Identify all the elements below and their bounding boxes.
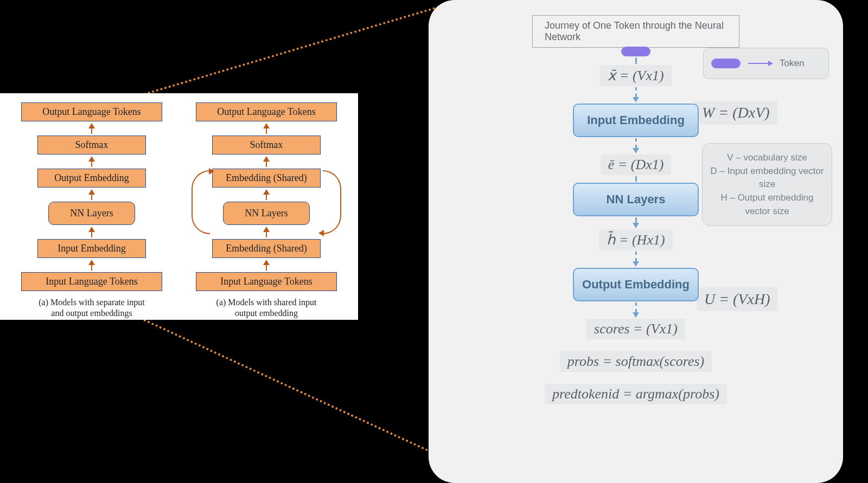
paper-box: Softmax [212, 136, 321, 154]
paper-box: Input Language Tokens [196, 272, 337, 291]
token-journey-panel: Journey of One Token through the Neural … [429, 0, 843, 483]
paper-box: NN Layers [48, 202, 135, 225]
connector-dots-bottom [143, 319, 463, 467]
paper-col-separate: Output Language Tokens Softmax Output Em… [10, 101, 173, 317]
flow-arrow [635, 302, 637, 312]
eq-h: h̄ = (Hx1) [599, 229, 672, 250]
token-pill-icon [621, 47, 650, 56]
paper-col-shared: Output Language Tokens Softmax Embedding… [185, 101, 348, 317]
paper-box: Input Language Tokens [21, 272, 162, 291]
flow-arrow [635, 252, 637, 261]
eq-x: x̄ = (Vx1) [600, 65, 671, 86]
paper-box: Softmax [37, 136, 146, 154]
eq-pred: predtokenid = argmax(probs) [545, 384, 727, 404]
flow-arrow [635, 138, 637, 148]
flow-arrow [635, 217, 637, 223]
paper-box: Output Embedding [37, 169, 146, 188]
eq-scores: scores = (Vx1) [586, 319, 685, 339]
block-nn-layers: NN Layers [573, 183, 699, 216]
flow-arrow [635, 176, 637, 182]
block-output-embedding: Output Embedding [573, 268, 699, 301]
paper-box: NN Layers [223, 202, 310, 225]
paper-figure-panel: Output Language Tokens Softmax Output Em… [0, 93, 358, 320]
eq-probs: probs = softmax(scores) [560, 351, 712, 372]
block-input-embedding: Input Embedding [573, 104, 699, 137]
paper-box: Output Language Tokens [196, 102, 337, 121]
connector-dots-top [143, 1, 456, 95]
flow-arrow [635, 87, 637, 97]
flow-column: x̄ = (Vx1) Input Embedding ē = (Dx1) NN … [444, 47, 828, 475]
panel-title: Journey of One Token through the Neural … [532, 15, 739, 48]
paper-caption-b: (a) Models with shared input output embe… [216, 297, 317, 319]
paper-box: Input Embedding [37, 239, 146, 258]
shared-arc-right [323, 170, 341, 234]
flow-arrow [635, 57, 637, 64]
paper-box: Embedding (Shared) [212, 169, 321, 188]
shared-arc-left [192, 170, 210, 234]
paper-caption-a: (a) Models with separate input and outpu… [39, 297, 145, 319]
paper-box: Embedding (Shared) [212, 239, 321, 258]
eq-e: ē = (Dx1) [601, 154, 672, 175]
paper-box: Output Language Tokens [21, 102, 162, 121]
